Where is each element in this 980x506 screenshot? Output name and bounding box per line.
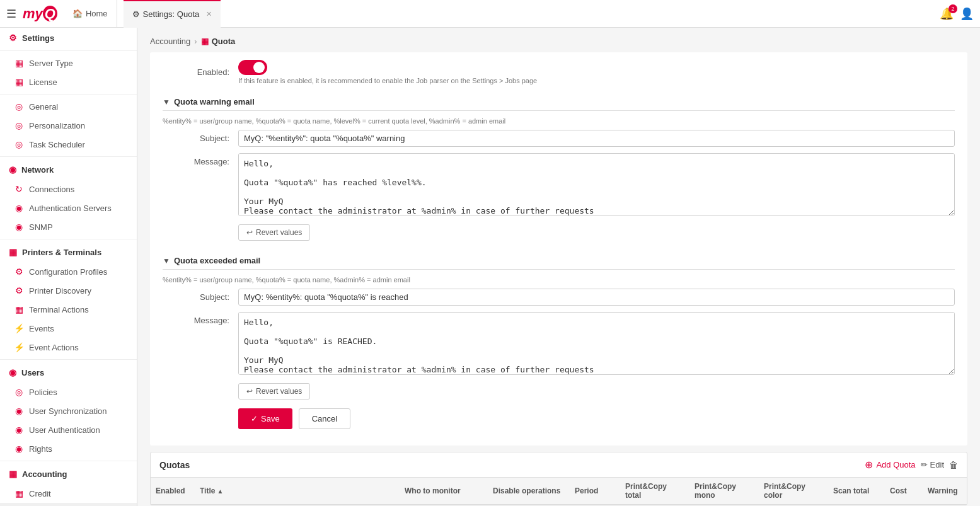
warning-message-control: Hello, Quota "%quota%" has reached %leve… (238, 153, 955, 218)
warning-revert-button[interactable]: ↩ Revert values (238, 224, 310, 241)
warning-message-textarea[interactable]: Hello, Quota "%quota%" has reached %leve… (238, 153, 955, 216)
connections-icon: ↻ (14, 184, 24, 194)
quota-breadcrumb-icon: ▦ (201, 37, 209, 46)
sidebar-label-general: General (29, 102, 58, 112)
warning-subject-control (238, 130, 955, 147)
logo[interactable]: myQ (23, 6, 57, 22)
add-quota-label: Add Quota (876, 460, 915, 469)
breadcrumb-separator: › (194, 37, 197, 46)
snmp-icon: ◉ (14, 222, 24, 232)
notifications-icon[interactable]: 🔔 2 (940, 7, 954, 21)
sidebar-item-server-type[interactable]: ▦ Server Type (0, 54, 137, 72)
warning-message-row: Message: Hello, Quota "%quota%" has reac… (163, 153, 955, 218)
save-label: Save (261, 414, 280, 423)
sidebar-item-personalization[interactable]: ◎ Personalization (0, 116, 137, 135)
warning-subject-input[interactable] (238, 130, 955, 147)
sidebar-item-snmp[interactable]: ◉ SNMP (0, 217, 137, 236)
task-scheduler-icon: ◎ (14, 139, 24, 149)
sidebar-item-task-scheduler[interactable]: ◎ Task Scheduler (0, 135, 137, 154)
th-period: Period (570, 486, 620, 495)
cancel-button[interactable]: Cancel (299, 408, 350, 429)
sidebar-item-events[interactable]: ⚡ Events (0, 319, 137, 338)
sidebar-item-event-actions[interactable]: ⚡ Event Actions (0, 338, 137, 357)
sidebar-divider-1 (0, 50, 137, 51)
th-scan: Scan total (828, 486, 885, 495)
settings-tab[interactable]: ⚙ Settings: Quota ✕ (124, 0, 221, 28)
sidebar-item-credit[interactable]: ▦ Credit (0, 484, 137, 503)
sidebar: ⚙ Settings ▦ Server Type ▦ License ◎ Gen… (0, 28, 137, 506)
add-quota-button[interactable]: ⊕ Add Quota (865, 459, 915, 471)
quota-exceeded-section-header[interactable]: ▼ Quota exceeded email (163, 250, 955, 270)
exceeded-revert-button[interactable]: ↩ Revert values (238, 383, 310, 400)
sidebar-item-quota[interactable]: ▦ Quota (0, 503, 137, 506)
exceeded-revert-label: Revert values (256, 387, 302, 396)
exceeded-subject-control (238, 289, 955, 306)
breadcrumb-parent[interactable]: Accounting (150, 37, 190, 46)
logo-text: myQ (23, 6, 57, 22)
sidebar-item-general[interactable]: ◎ General (0, 97, 137, 116)
main-content: Accounting › ▦ Quota Enabled: I (137, 28, 980, 506)
toggle-slider (238, 60, 267, 75)
edit-button[interactable]: ✏ Edit (921, 460, 944, 469)
tab-close-icon[interactable]: ✕ (206, 10, 212, 18)
settings-icon: ⚙ (9, 33, 17, 43)
quotas-title: Quotas (159, 460, 190, 470)
sidebar-printers-title[interactable]: ▦ Printers & Terminals (0, 242, 137, 262)
quota-warning-section-title: Quota warning email (174, 97, 255, 106)
sidebar-label-license: License (29, 78, 57, 87)
enabled-toggle[interactable] (238, 60, 267, 75)
exceeded-subject-input[interactable] (238, 289, 955, 306)
sidebar-accounting-title[interactable]: ▦ Accounting (0, 464, 137, 484)
sidebar-label-auth-servers: Authentication Servers (29, 204, 112, 213)
sidebar-item-connections[interactable]: ↻ Connections (0, 180, 137, 198)
th-pccolor: Print&Copy color (759, 482, 828, 500)
delete-button[interactable]: 🗑 (949, 460, 958, 470)
sidebar-item-terminal-actions[interactable]: ▦ Terminal Actions (0, 300, 137, 319)
quotas-header: Quotas ⊕ Add Quota ✏ Edit 🗑 (151, 452, 967, 478)
sidebar-label-rights: Rights (29, 444, 52, 454)
th-disable: Disable operations (488, 486, 570, 495)
sidebar-divider-2 (0, 94, 137, 95)
quota-warning-section-header[interactable]: ▼ Quota warning email (163, 91, 955, 111)
home-icon: 🏠 (72, 9, 83, 18)
th-pcmono: Print&Copy mono (689, 482, 759, 500)
sidebar-divider-6 (0, 461, 137, 461)
sidebar-item-config-profiles[interactable]: ⚙ Configuration Profiles (0, 262, 137, 281)
topbar-right: 🔔 2 👤 (940, 7, 974, 21)
home-tab[interactable]: 🏠 Home (64, 0, 117, 28)
sidebar-item-user-auth[interactable]: ◉ User Authentication (0, 420, 137, 439)
save-button[interactable]: ✓ Save (238, 408, 292, 429)
sidebar-item-user-sync[interactable]: ◉ User Synchronization (0, 401, 137, 420)
th-warning: Warning (923, 486, 967, 495)
enabled-row: Enabled: If this feature is enabled, it … (163, 60, 955, 84)
sidebar-item-auth-servers[interactable]: ◉ Authentication Servers (0, 198, 137, 217)
add-quota-icon: ⊕ (865, 459, 873, 471)
sidebar-divider-5 (0, 359, 137, 360)
th-title[interactable]: Title ▲ (195, 486, 400, 495)
user-icon[interactable]: 👤 (960, 7, 974, 21)
revert-icon: ↩ (246, 228, 253, 237)
network-icon: ◉ (9, 164, 16, 175)
hamburger-icon[interactable]: ☰ (6, 7, 16, 21)
th-enabled: Enabled (151, 486, 195, 495)
sidebar-item-printer-discovery[interactable]: ⚙ Printer Discovery (0, 281, 137, 300)
content-area: Enabled: If this feature is enabled, it … (137, 52, 980, 506)
sidebar-label-personalization: Personalization (29, 121, 85, 130)
sidebar-item-policies[interactable]: ◎ Policies (0, 382, 137, 401)
exceeded-message-textarea[interactable]: Hello, Quota "%quota%" is REACHED. Your … (238, 312, 955, 375)
exceeded-subject-label: Subject: (163, 292, 238, 302)
topbar: ☰ myQ 🏠 Home ⚙ Settings: Quota ✕ 🔔 2 👤 (0, 0, 980, 28)
sidebar-label-policies: Policies (29, 388, 57, 397)
accounting-icon: ▦ (9, 469, 17, 479)
sidebar-network-title[interactable]: ◉ Network (0, 159, 137, 180)
sidebar-label-event-actions: Event Actions (29, 343, 79, 352)
sidebar-label-task-scheduler: Task Scheduler (29, 140, 85, 149)
terminal-actions-icon: ▦ (14, 304, 24, 314)
user-sync-icon: ◉ (14, 406, 24, 416)
settings-tab-label: Settings: Quota (143, 9, 200, 19)
sidebar-item-license[interactable]: ▦ License (0, 72, 137, 91)
sidebar-item-rights[interactable]: ◉ Rights (0, 439, 137, 458)
sidebar-users-title[interactable]: ◉ Users (0, 362, 137, 382)
breadcrumb: Accounting › ▦ Quota (137, 28, 980, 52)
th-pctotal: Print&Copy total (620, 482, 689, 500)
